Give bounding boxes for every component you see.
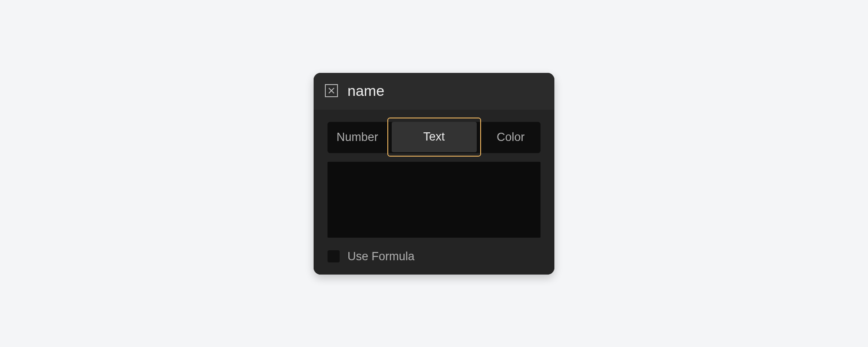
tab-active-highlight: Text [387, 118, 481, 157]
use-formula-label: Use Formula [347, 250, 415, 263]
x-icon [328, 87, 335, 94]
use-formula-row[interactable]: Use Formula [328, 250, 540, 263]
panel-body: Number Text Color Use Formula [314, 110, 554, 275]
value-input[interactable] [328, 162, 540, 238]
panel-title: name [347, 82, 384, 99]
variable-panel: name Number Text Color Use Formula [314, 73, 554, 275]
tab-color[interactable]: Color [481, 122, 541, 153]
tab-text[interactable]: Text [392, 122, 477, 152]
type-tabs: Number Text Color [328, 122, 540, 153]
tab-number[interactable]: Number [328, 122, 387, 153]
close-icon[interactable] [325, 84, 338, 97]
use-formula-checkbox[interactable] [328, 250, 340, 262]
panel-header: name [314, 73, 554, 110]
